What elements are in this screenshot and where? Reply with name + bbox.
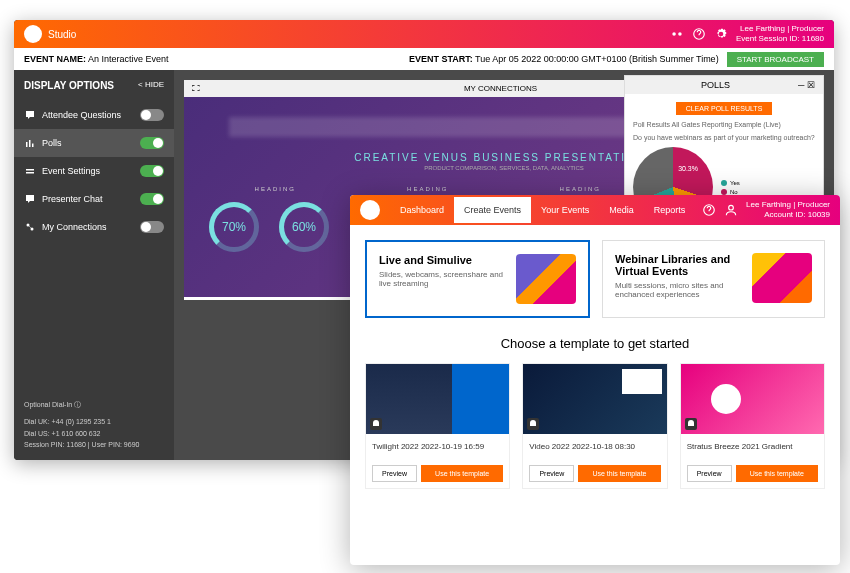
nav-media[interactable]: Media — [599, 197, 644, 223]
preview-button[interactable]: Preview — [372, 465, 417, 482]
event-type-cards: Live and Simulive Slides, webcams, scree… — [365, 240, 825, 318]
template-thumbnail[interactable] — [681, 364, 824, 434]
template-name: Twilight 2022 2022-10-19 16:59 — [366, 434, 509, 459]
dial-in-title: Optional Dial-In ⓘ — [24, 399, 164, 410]
donut-chart: 70% — [209, 202, 259, 252]
person-icon — [370, 418, 382, 430]
dial-uk: Dial UK: +44 (0) 1295 235 1 — [24, 416, 164, 427]
template-card: Twilight 2022 2022-10-19 16:59 Preview U… — [365, 363, 510, 489]
sidebar-item[interactable]: Polls — [14, 129, 174, 157]
sidebar-item[interactable]: Presenter Chat — [14, 185, 174, 213]
svg-rect-3 — [26, 142, 28, 147]
preview-button[interactable]: Preview — [529, 465, 574, 482]
use-template-button[interactable]: Use this template — [421, 465, 503, 482]
studio-header: Studio Lee Farthing | Producer Event Ses… — [14, 20, 834, 48]
brand-logo — [24, 25, 42, 43]
clear-poll-button[interactable]: CLEAR POLL RESULTS — [676, 102, 773, 115]
start-broadcast-button[interactable]: START BROADCAST — [727, 52, 824, 67]
close-icon[interactable]: ☒ — [807, 80, 815, 90]
sidebar-item-icon — [24, 109, 36, 121]
card-live-simulive[interactable]: Live and Simulive Slides, webcams, scree… — [365, 240, 590, 318]
user-name: Lee Farthing — [740, 24, 785, 33]
user-meta[interactable]: Lee Farthing | Producer Event Session ID… — [736, 24, 824, 43]
event-start-time: Tue Apr 05 2022 00:00:00 GMT+0100 (Briti… — [475, 54, 719, 64]
donut-chart: 60% — [279, 202, 329, 252]
toggle-switch[interactable] — [140, 137, 164, 149]
bell-icon[interactable] — [670, 27, 684, 41]
use-template-button[interactable]: Use this template — [736, 465, 818, 482]
person-icon — [527, 418, 539, 430]
event-start-label: EVENT START: — [409, 54, 473, 64]
user-role: Producer — [798, 200, 830, 209]
heading: HEADING — [407, 186, 448, 192]
section-title: Choose a template to get started — [365, 336, 825, 351]
dashboard-nav: Dashboard Create Events Your Events Medi… — [360, 197, 695, 223]
svg-rect-7 — [26, 172, 34, 174]
display-options-title: DISPLAY OPTIONS — [24, 80, 114, 91]
event-name: An Interactive Event — [88, 54, 169, 64]
pie-slice-label: 30.3% — [678, 165, 698, 172]
sidebar-item[interactable]: My Connections — [14, 213, 174, 241]
svg-rect-4 — [29, 140, 31, 147]
card-title: Webinar Libraries and Virtual Events — [615, 253, 742, 277]
user-name: Lee Farthing — [746, 200, 791, 209]
toggle-switch[interactable] — [140, 165, 164, 177]
pie-legend: Yes No — [721, 180, 740, 195]
card-webinar-libraries[interactable]: Webinar Libraries and Virtual Events Mul… — [602, 240, 825, 318]
poll-meta: Poll Results All Gates Reporting Example… — [633, 121, 815, 128]
sidebar-item-icon — [24, 221, 36, 233]
gear-icon[interactable] — [714, 27, 728, 41]
svg-point-1 — [678, 32, 682, 36]
card-illustration — [516, 254, 576, 304]
sidebar-item-label: Attendee Questions — [42, 110, 121, 120]
dial-pins: Session PIN: 11680 | User PIN: 9690 — [24, 439, 164, 450]
heading: HEADING — [255, 186, 296, 192]
template-name: Stratus Breeze 2021 Gradient — [681, 434, 824, 459]
hide-sidebar-button[interactable]: < HIDE — [138, 80, 164, 91]
sidebar-item-label: My Connections — [42, 222, 107, 232]
sidebar-item-icon — [24, 165, 36, 177]
template-thumbnail[interactable] — [523, 364, 666, 434]
card-title: Live and Simulive — [379, 254, 506, 266]
toggle-switch[interactable] — [140, 109, 164, 121]
event-label: EVENT NAME: — [24, 54, 86, 64]
help-icon[interactable] — [702, 203, 716, 217]
person-icon — [685, 418, 697, 430]
template-name: Video 2022 2022-10-18 08:30 — [523, 434, 666, 459]
template-thumbnail[interactable] — [366, 364, 509, 434]
event-bar: EVENT NAME: An Interactive Event EVENT S… — [14, 48, 834, 70]
card-desc: Multi sessions, micro sites and enchance… — [615, 281, 742, 299]
nav-dashboard[interactable]: Dashboard — [390, 197, 454, 223]
preview-button[interactable]: Preview — [687, 465, 732, 482]
nav-reports[interactable]: Reports — [644, 197, 696, 223]
use-template-button[interactable]: Use this template — [578, 465, 660, 482]
minimize-icon[interactable]: ─ — [798, 80, 804, 90]
polls-header: POLLS ─ ☒ — [625, 76, 823, 94]
dial-in-info: Optional Dial-In ⓘ Dial UK: +44 (0) 1295… — [14, 389, 174, 460]
sidebar-item-label: Event Settings — [42, 166, 100, 176]
svg-rect-5 — [32, 144, 34, 148]
nav-create-events[interactable]: Create Events — [454, 197, 531, 223]
help-icon[interactable] — [692, 27, 706, 41]
dial-us: Dial US: +1 610 600 632 — [24, 428, 164, 439]
card-desc: Slides, webcams, screenshare and live st… — [379, 270, 506, 288]
user-icon[interactable] — [724, 203, 738, 217]
user-meta[interactable]: Lee Farthing | Producer Account ID: 1003… — [746, 200, 830, 219]
svg-rect-6 — [26, 169, 34, 171]
account-id: Account ID: 10039 — [746, 210, 830, 220]
polls-title: POLLS — [701, 80, 730, 90]
nav-your-events[interactable]: Your Events — [531, 197, 599, 223]
sidebar-item-label: Presenter Chat — [42, 194, 103, 204]
sidebar-item[interactable]: Attendee Questions — [14, 101, 174, 129]
sidebar-item-icon — [24, 137, 36, 149]
expand-icon[interactable]: ⛶ — [192, 84, 200, 93]
dashboard-window: Dashboard Create Events Your Events Medi… — [350, 195, 840, 565]
svg-point-0 — [672, 32, 676, 36]
svg-point-15 — [729, 205, 734, 210]
toggle-switch[interactable] — [140, 193, 164, 205]
sidebar-item[interactable]: Event Settings — [14, 157, 174, 185]
template-card: Stratus Breeze 2021 Gradient Preview Use… — [680, 363, 825, 489]
toggle-switch[interactable] — [140, 221, 164, 233]
legend-label: No — [730, 189, 738, 195]
card-illustration — [752, 253, 812, 303]
